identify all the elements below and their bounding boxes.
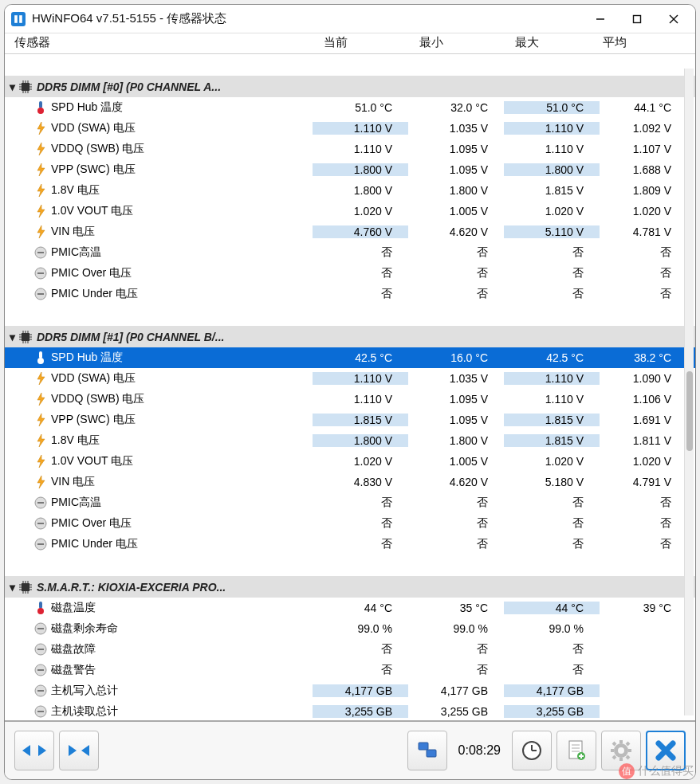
sensor-name: VIN 电压: [51, 475, 313, 489]
titlebar[interactable]: HWiNFO64 v7.51-5155 - 传感器状态: [5, 5, 695, 33]
value-current: 44 °C: [313, 602, 408, 614]
svg-marker-87: [69, 745, 77, 756]
sensor-name: PMIC Over 电压: [51, 516, 313, 531]
value-min: 1.035 V: [408, 122, 504, 135]
value-max: 1.800 V: [504, 163, 600, 176]
sensor-row[interactable]: SPD Hub 温度 42.5 °C 16.0 °C 42.5 °C 38.2 …: [5, 347, 695, 368]
value-avg: 否: [600, 537, 695, 551]
col-min[interactable]: 最小: [364, 35, 459, 50]
sensor-row[interactable]: PMIC高温 否 否 否 否: [5, 492, 695, 513]
close-button[interactable]: [655, 7, 692, 31]
log-button[interactable]: [556, 731, 596, 770]
value-max: 51.0 °C: [504, 101, 600, 114]
value-max: 1.020 V: [504, 205, 600, 218]
value-min: 1.095 V: [408, 414, 504, 426]
sensor-tree[interactable]: ▾ DDR5 DIMM [#0] (P0 CHANNEL A... SPD Hu…: [5, 54, 695, 720]
expand-collapse-button[interactable]: [14, 731, 54, 770]
value-avg: 1.020 V: [600, 205, 695, 218]
value-current: 否: [313, 642, 408, 657]
sensor-row[interactable]: 1.8V 电压 1.800 V 1.800 V 1.815 V 1.809 V: [5, 180, 695, 201]
svg-marker-25: [37, 205, 45, 218]
network-button[interactable]: [407, 731, 447, 770]
value-current: 99.0 %: [313, 622, 408, 635]
value-min: 3,255 GB: [408, 705, 504, 718]
sensor-row[interactable]: 磁盘剩余寿命 99.0 % 99.0 % 99.0 %: [5, 618, 695, 639]
value-max: 1.110 V: [504, 143, 600, 155]
svg-marker-52: [37, 455, 45, 468]
sensor-row[interactable]: PMIC高温 否 否 否 否: [5, 242, 695, 263]
footer-toolbar: 0:08:29: [5, 720, 695, 779]
sensor-group[interactable]: ▾ DDR5 DIMM [#1] (P0 CHANNEL B/...: [5, 326, 695, 347]
vertical-scrollbar[interactable]: [684, 69, 694, 715]
column-headers[interactable]: 传感器 当前 最小 最大 平均: [5, 33, 695, 54]
minimize-button[interactable]: [582, 7, 619, 31]
sensor-row[interactable]: VIN 电压 4.760 V 4.620 V 5.110 V 4.781 V: [5, 221, 695, 242]
clock-button[interactable]: [512, 731, 552, 770]
group-name: DDR5 DIMM [#1] (P0 CHANNEL B/...: [37, 331, 695, 343]
value-avg: 4.781 V: [600, 225, 695, 238]
scroll-thumb[interactable]: [686, 371, 693, 451]
value-current: 1.110 V: [313, 372, 408, 385]
sensor-row[interactable]: VPP (SWC) 电压 1.800 V 1.095 V 1.800 V 1.6…: [5, 159, 695, 180]
value-current: 1.110 V: [313, 393, 408, 406]
value-min: 35 °C: [408, 602, 504, 614]
volt-icon: [33, 433, 48, 448]
col-current[interactable]: 当前: [268, 35, 364, 50]
sensor-group[interactable]: ▾ DDR5 DIMM [#0] (P0 CHANNEL A...: [5, 76, 695, 97]
svg-rect-60: [22, 583, 29, 591]
close-panel-button[interactable]: [646, 731, 686, 770]
value-max: 否: [504, 496, 600, 510]
svg-point-74: [37, 608, 44, 614]
svg-marker-24: [37, 184, 45, 197]
sensor-row[interactable]: VDDQ (SWB) 电压 1.110 V 1.095 V 1.110 V 1.…: [5, 139, 695, 159]
sensor-row[interactable]: VIN 电压 4.830 V 4.620 V 5.180 V 4.791 V: [5, 472, 695, 492]
sensor-row[interactable]: 磁盘警告 否 否 否: [5, 660, 695, 680]
value-min: 4.620 V: [408, 225, 504, 238]
value-avg: 1.020 V: [600, 455, 695, 468]
value-max: 否: [504, 287, 600, 301]
sensor-row[interactable]: PMIC Over 电压 否 否 否 否: [5, 263, 695, 284]
sensor-row[interactable]: 1.8V 电压 1.800 V 1.800 V 1.815 V 1.811 V: [5, 430, 695, 451]
sensor-row[interactable]: PMIC Over 电压 否 否 否 否: [5, 513, 695, 534]
value-max: 否: [504, 537, 600, 551]
sensor-row[interactable]: PMIC Under 电压 否 否 否 否: [5, 284, 695, 304]
sensor-row[interactable]: 主机写入总计 4,177 GB 4,177 GB 4,177 GB: [5, 680, 695, 701]
sensor-row[interactable]: 磁盘故障 否 否 否: [5, 639, 695, 660]
sensor-name: PMIC高温: [51, 245, 313, 260]
value-min: 否: [408, 245, 504, 260]
value-current: 1.800 V: [313, 434, 408, 447]
sensor-group[interactable]: ▾ S.M.A.R.T.: KIOXIA-EXCERIA PRO...: [5, 576, 695, 598]
value-min: 否: [408, 287, 504, 301]
sensor-row[interactable]: 1.0V VOUT 电压 1.020 V 1.005 V 1.020 V 1.0…: [5, 201, 695, 221]
value-min: 4,177 GB: [408, 684, 504, 697]
collapse-button[interactable]: [59, 731, 99, 770]
volt-icon: [33, 454, 48, 468]
value-avg: 38.2 °C: [600, 351, 695, 364]
value-max: 1.020 V: [504, 455, 600, 468]
value-avg: 1.106 V: [600, 393, 695, 406]
chip-icon: [19, 80, 32, 93]
col-sensor[interactable]: 传感器: [5, 35, 268, 50]
sensor-row[interactable]: VDD (SWA) 电压 1.110 V 1.035 V 1.110 V 1.0…: [5, 118, 695, 139]
col-avg[interactable]: 平均: [555, 35, 651, 50]
maximize-button[interactable]: [619, 7, 655, 31]
value-avg: 否: [600, 516, 695, 531]
sensor-name: 磁盘故障: [51, 642, 313, 657]
sensor-row[interactable]: 1.0V VOUT 电压 1.020 V 1.005 V 1.020 V 1.0…: [5, 451, 695, 472]
value-current: 51.0 °C: [313, 101, 408, 114]
svg-rect-6: [22, 83, 29, 91]
sensor-row[interactable]: 磁盘温度 44 °C 35 °C 44 °C 39 °C: [5, 598, 695, 618]
settings-button[interactable]: [601, 731, 641, 770]
volt-icon: [33, 392, 48, 406]
volt-icon: [33, 142, 48, 156]
sensor-row[interactable]: VPP (SWC) 电压 1.815 V 1.095 V 1.815 V 1.6…: [5, 410, 695, 430]
sensor-row[interactable]: VDDQ (SWB) 电压 1.110 V 1.095 V 1.110 V 1.…: [5, 389, 695, 410]
col-max[interactable]: 最大: [459, 35, 555, 50]
sensor-row[interactable]: 主机读取总计 3,255 GB 3,255 GB 3,255 GB: [5, 701, 695, 720]
chevron-down-icon: ▾: [5, 80, 19, 93]
svg-marker-26: [37, 225, 45, 238]
sensor-row[interactable]: VDD (SWA) 电压 1.110 V 1.035 V 1.110 V 1.0…: [5, 368, 695, 389]
sensor-row[interactable]: PMIC Under 电压 否 否 否 否: [5, 534, 695, 555]
volt-icon: [33, 121, 48, 135]
sensor-row[interactable]: SPD Hub 温度 51.0 °C 32.0 °C 51.0 °C 44.1 …: [5, 97, 695, 118]
